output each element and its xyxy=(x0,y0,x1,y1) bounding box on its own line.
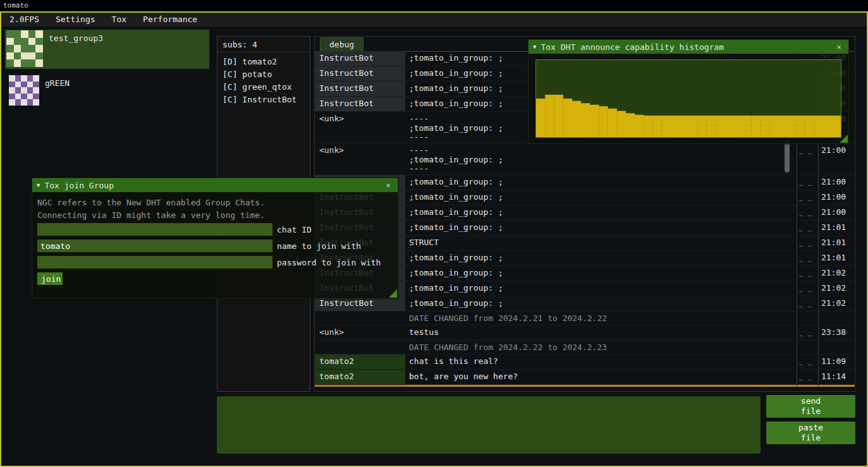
chat-message-row: <unk>---- ;tomato_in_group: ; ----_ _21:… xyxy=(315,143,855,175)
group-name: gREEN xyxy=(45,75,70,88)
message-time: 21:02 xyxy=(818,281,855,296)
message-status xyxy=(797,312,818,325)
message-status: _ _ xyxy=(797,296,818,311)
message-author: InstructBot xyxy=(315,82,405,96)
date-separator: DATE CHANGED from 2024.2.22 to 2024.2.23 xyxy=(315,341,855,355)
message-text: ;tomato_in_group: ; xyxy=(405,221,797,235)
group-name: test_group3 xyxy=(49,30,103,43)
message-time: 21:00 xyxy=(818,175,855,190)
chat-scrollbar[interactable] xyxy=(785,141,790,173)
chat-message-row: <unk>testus_ _23:38 xyxy=(315,325,855,341)
paste-file-button[interactable]: paste file xyxy=(766,422,855,444)
close-icon[interactable]: ✕ xyxy=(383,181,393,190)
message-time: 11:14 xyxy=(818,370,855,384)
close-icon[interactable]: ✕ xyxy=(834,42,844,51)
message-text: chat is this real? xyxy=(405,355,797,369)
join-info-line-2: Connecting via ID might take a very long… xyxy=(37,210,265,220)
dht-histogram-window: ▼ Tox DHT announce capability histogram … xyxy=(528,39,849,144)
roster-member-green-qtox[interactable]: [C] green_qtox xyxy=(217,81,310,94)
message-text: ;tomato_in_group: ; xyxy=(405,190,797,205)
message-input[interactable] xyxy=(217,396,761,454)
join-group-titlebar[interactable]: ▼ Tox join Group ✕ xyxy=(32,178,398,192)
message-status: _ _ xyxy=(797,143,818,174)
message-status: _ _ xyxy=(797,251,818,265)
message-status: _ _ xyxy=(797,266,818,281)
message-status: _ _ xyxy=(797,205,818,220)
message-text: DATE CHANGED from 2024.2.21 to 2024.2.22 xyxy=(405,312,797,325)
group-list: test_group3gREEN xyxy=(5,30,209,119)
join-button[interactable]: join xyxy=(37,272,63,285)
message-status: _ _ xyxy=(797,370,818,384)
message-status: _ _ xyxy=(797,221,818,235)
join-group-title: Tox join Group xyxy=(44,181,379,190)
group-avatar xyxy=(6,30,43,67)
message-text: ;tomato_in_group: ; xyxy=(405,281,797,296)
menu-bar: 2.0FPSSettingsToxPerformance xyxy=(1,13,867,27)
message-author: InstructBot xyxy=(315,97,405,111)
message-text: DATE CHANGED from 2024.2.22 to 2024.2.23 xyxy=(405,341,797,354)
message-time: 21:02 xyxy=(818,266,855,281)
message-status: _ _ xyxy=(797,236,818,250)
message-text: ;tomato_in_group: ; xyxy=(405,296,797,311)
roster-member-tomato2[interactable]: [D] tomato2 xyxy=(217,56,310,68)
message-status: _ _ xyxy=(797,175,818,190)
message-time: 21:01 xyxy=(818,251,855,265)
message-time: 21:00 xyxy=(818,143,855,174)
roster-member-potato[interactable]: [C] potato xyxy=(217,68,310,81)
message-status: _ _ xyxy=(797,355,818,369)
message-status: _ _ xyxy=(797,325,818,340)
message-author: tomato2 xyxy=(315,370,405,384)
message-author xyxy=(315,341,405,354)
histogram-plot xyxy=(535,59,841,138)
group-avatar xyxy=(9,75,39,106)
message-time: 21:01 xyxy=(818,236,855,250)
dht-histogram-title: Tox DHT announce capability histogram xyxy=(541,42,829,52)
message-author: InstructBot xyxy=(315,66,405,81)
message-text: ---- ;tomato_in_group: ; ---- xyxy=(405,143,797,174)
chat-message-row: tomato2bot, are you new here?_ _11:14 xyxy=(315,370,855,385)
menu-item-performance[interactable]: Performance xyxy=(135,13,205,27)
group-item-green[interactable]: gREEN xyxy=(5,75,209,114)
resize-grip-icon[interactable] xyxy=(389,289,397,298)
date-separator: DATE CHANGED from 2024.2.21 to 2024.2.22 xyxy=(315,312,855,325)
message-time: 23:38 xyxy=(818,325,855,340)
message-time xyxy=(818,341,855,354)
message-author: InstructBot xyxy=(315,51,405,66)
message-author: <unk> xyxy=(315,112,405,143)
collapse-icon[interactable]: ▼ xyxy=(37,182,40,188)
message-time xyxy=(818,312,855,325)
message-status: _ _ xyxy=(797,281,818,296)
join-name-label: name to join with xyxy=(277,241,361,251)
message-text: No, I've been in this group for quite so… xyxy=(405,385,797,387)
message-text: ;tomato_in_group: ; xyxy=(405,266,797,281)
message-text: ;tomato_in_group: ; xyxy=(405,175,797,190)
chat-message-row: tomato2chat is this real?_ _11:09 xyxy=(315,355,855,370)
message-time: 11:09 xyxy=(818,355,855,369)
resize-grip-icon[interactable] xyxy=(840,135,848,143)
join-name-input[interactable] xyxy=(37,240,272,252)
message-text: bot, are you new here? xyxy=(405,370,797,384)
send-file-button[interactable]: send file xyxy=(766,395,855,418)
message-time: 21:02 xyxy=(818,296,855,311)
message-status xyxy=(797,341,818,354)
message-time: 11:15 xyxy=(818,385,855,387)
collapse-icon[interactable]: ▼ xyxy=(533,44,536,50)
message-text: STRUCT xyxy=(405,236,797,250)
join-password-input[interactable] xyxy=(37,256,272,269)
message-author: <unk> xyxy=(315,143,405,174)
menu-item-tox[interactable]: Tox xyxy=(104,13,135,27)
join-info-line-1: NGC refers to the New DHT enabled Group … xyxy=(37,198,265,207)
window-titlebar: tomato xyxy=(0,0,868,11)
menu-item-settings[interactable]: Settings xyxy=(47,13,104,27)
message-author xyxy=(315,312,405,325)
tab-debug[interactable]: debug xyxy=(320,37,364,51)
chat-id-label: chat ID xyxy=(277,225,312,234)
message-time: 21:00 xyxy=(818,205,855,220)
group-item-test-group3[interactable]: test_group3 xyxy=(5,30,209,69)
message-text: ;tomato_in_group: ; xyxy=(405,251,797,265)
roster-member-instructbot[interactable]: [C] InstructBot xyxy=(217,94,310,106)
chat-id-input[interactable] xyxy=(37,223,272,236)
message-text: ;tomato_in_group: ; xyxy=(405,205,797,220)
dht-histogram-titlebar[interactable]: ▼ Tox DHT announce capability histogram … xyxy=(529,40,848,54)
window-title: tomato xyxy=(3,1,28,9)
